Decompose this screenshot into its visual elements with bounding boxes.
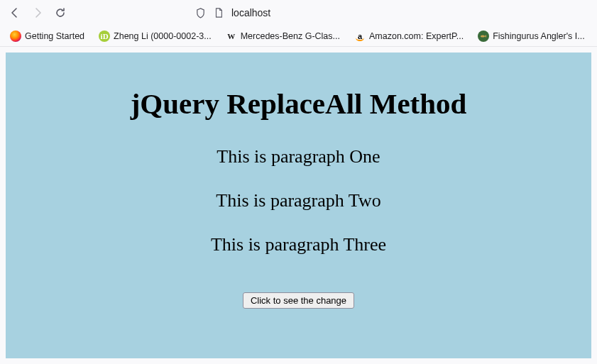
firefox-icon [10, 31, 21, 42]
bookmark-zheng-li[interactable]: iD Zheng Li (0000-0002-3... [94, 28, 216, 44]
bookmark-label: Mercedes-Benz G-Clas... [241, 31, 340, 41]
bookmark-mercedes[interactable]: W Mercedes-Benz G-Clas... [221, 28, 344, 44]
bookmark-label: Fishingurus Angler's I... [493, 31, 585, 41]
address-bar[interactable]: localhost [74, 7, 588, 18]
fish-icon [478, 31, 489, 42]
shield-icon [195, 7, 206, 18]
change-button[interactable]: Click to see the change [243, 292, 354, 309]
svg-point-0 [481, 35, 485, 37]
bookmark-label: Getting Started [25, 31, 84, 41]
page-icon [213, 7, 224, 18]
bookmark-getting-started[interactable]: Getting Started [6, 28, 89, 44]
bookmark-amazon[interactable]: a Amazon.com: ExpertP... [350, 28, 468, 44]
browser-toolbar: localhost [0, 0, 597, 26]
forward-button[interactable] [31, 6, 44, 19]
content-area: jQuery ReplaceAll Method This is paragra… [0, 47, 597, 364]
page-body: jQuery ReplaceAll Method This is paragra… [6, 53, 591, 358]
paragraph-two: This is paragraph Two [20, 190, 577, 211]
url-text: localhost [231, 7, 270, 18]
reload-button[interactable] [54, 6, 67, 19]
nav-buttons [9, 6, 67, 19]
back-button[interactable] [9, 6, 21, 19]
bookmark-label: Amazon.com: ExpertP... [369, 31, 464, 41]
paragraph-one: This is paragraph One [20, 146, 577, 167]
paragraph-three: This is paragraph Three [20, 234, 577, 255]
page-heading: jQuery ReplaceAll Method [20, 87, 577, 121]
bookmarks-bar: Getting Started iD Zheng Li (0000-0002-3… [0, 26, 597, 47]
orcid-icon: iD [99, 31, 110, 42]
amazon-icon: a [354, 31, 366, 42]
wikipedia-icon: W [226, 31, 237, 42]
bookmark-fishingurus[interactable]: Fishingurus Angler's I... [473, 28, 589, 44]
bookmark-label: Zheng Li (0000-0002-3... [114, 31, 212, 41]
